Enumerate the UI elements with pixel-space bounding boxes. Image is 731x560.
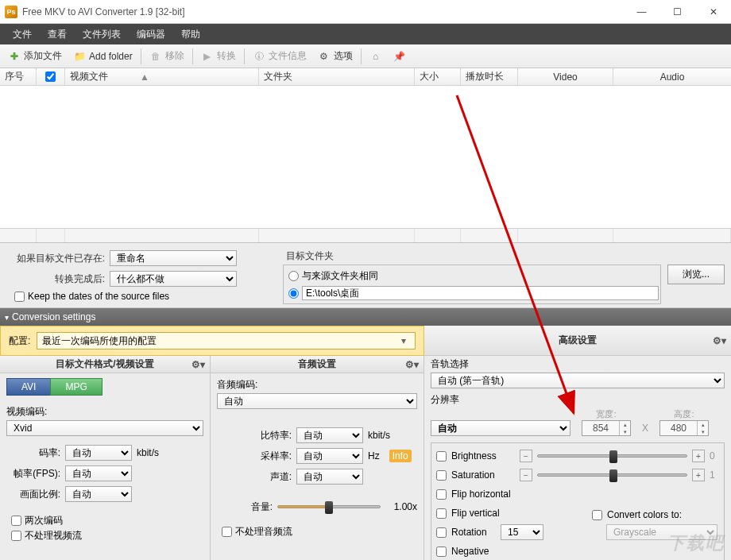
- info-badge[interactable]: Info: [389, 450, 412, 462]
- menu-filelist[interactable]: 文件列表: [75, 25, 129, 44]
- skip-video-checkbox[interactable]: [11, 531, 21, 541]
- col-check[interactable]: [37, 68, 65, 85]
- title-bar: Ps Free MKV to AVI Converter 1.9 [32-bit…: [0, 0, 731, 24]
- flip-h-label: Flip horizontal: [451, 489, 511, 500]
- aspect-select[interactable]: 自动: [65, 486, 132, 502]
- brightness-slider[interactable]: [537, 454, 687, 458]
- fps-select[interactable]: 自动: [65, 465, 132, 481]
- options-button[interactable]: ⚙选项: [313, 47, 358, 65]
- gear-icon[interactable]: ⚙▾: [713, 335, 726, 346]
- watermark: 下载吧: [667, 531, 725, 555]
- minimize-button[interactable]: —: [624, 1, 659, 23]
- advanced-settings-pane: 音轨选择 自动 (第一音轨) 分辨率 自动 宽度: ▴▾ X 高度: ▴▾ Br…: [424, 356, 731, 560]
- audio-bitrate-select[interactable]: 自动: [296, 427, 363, 443]
- file-grid-footer: [0, 229, 731, 243]
- volume-label: 音量:: [217, 500, 273, 514]
- bitrate-unit: kbit/s: [137, 447, 159, 458]
- audio-settings-pane: 音频设置⚙▾ 音频编码: 自动 比特率:自动kbit/s 采样率:自动Hz In…: [211, 356, 424, 560]
- config-select[interactable]: 最近一次编码所使用的配置▾: [37, 332, 416, 350]
- custom-path-radio[interactable]: [288, 288, 299, 299]
- flip-h-checkbox[interactable]: [436, 489, 447, 500]
- same-as-source-label: 与来源文件夹相同: [302, 269, 378, 283]
- remove-button[interactable]: 🗑移除: [145, 47, 189, 65]
- sample-label: 采样率:: [217, 450, 292, 463]
- maximize-button[interactable]: ☐: [659, 1, 695, 23]
- file-info-button[interactable]: 🛈文件信息: [248, 47, 311, 65]
- channel-select[interactable]: 自动: [296, 469, 363, 485]
- video-bitrate-select[interactable]: 自动: [65, 445, 132, 461]
- brightness-checkbox[interactable]: [436, 451, 447, 462]
- col-video[interactable]: Video: [518, 68, 613, 85]
- if-exists-select[interactable]: 重命名: [110, 250, 237, 266]
- audio-bitrate-unit: kbit/s: [368, 430, 390, 441]
- plus-icon[interactable]: +: [692, 469, 705, 481]
- track-select[interactable]: 自动 (第一音轨): [431, 373, 725, 388]
- saturation-checkbox[interactable]: [436, 470, 447, 481]
- audio-encode-label: 音频编码:: [217, 378, 417, 392]
- chevron-down-icon: ▾: [5, 313, 9, 322]
- plus-icon[interactable]: +: [692, 450, 705, 462]
- col-seq[interactable]: 序号: [0, 68, 37, 85]
- twopass-label: 两次编码: [25, 514, 63, 527]
- conversion-settings-header[interactable]: ▾ Conversion settings: [0, 308, 731, 326]
- brightness-label: Brightness: [451, 450, 515, 462]
- minus-icon[interactable]: −: [520, 450, 532, 462]
- flip-v-label: Flip vertical: [451, 508, 500, 519]
- select-all-checkbox[interactable]: [45, 71, 56, 82]
- after-convert-select[interactable]: 什么都不做: [110, 271, 237, 287]
- gear-icon: ⚙: [318, 50, 331, 63]
- saturation-label: Saturation: [451, 469, 515, 481]
- saturation-slider[interactable]: [537, 473, 687, 477]
- gear-icon[interactable]: ⚙▾: [191, 359, 205, 370]
- add-folder-button[interactable]: 📁Add folder: [68, 48, 137, 65]
- menu-help[interactable]: 帮助: [173, 25, 208, 44]
- rotation-select[interactable]: 15: [501, 524, 543, 540]
- resolution-select[interactable]: 自动: [431, 420, 570, 436]
- col-folder[interactable]: 文件夹: [259, 68, 415, 85]
- dest-path-input[interactable]: [302, 286, 659, 300]
- menu-bar: 文件 查看 文件列表 编码器 帮助: [0, 24, 731, 44]
- track-label: 音轨选择: [431, 357, 725, 371]
- menu-file[interactable]: 文件: [5, 25, 40, 44]
- file-grid-body[interactable]: [0, 86, 731, 229]
- convert-button[interactable]: ▶转换: [196, 47, 241, 65]
- browse-button[interactable]: 浏览...: [667, 265, 725, 284]
- height-spinner[interactable]: ▴▾: [659, 420, 709, 436]
- folder-plus-icon: 📁: [73, 50, 86, 63]
- menu-view[interactable]: 查看: [40, 25, 75, 44]
- flip-v-checkbox[interactable]: [436, 508, 447, 519]
- close-button[interactable]: ✕: [695, 1, 731, 23]
- video-encode-label: 视频编码:: [6, 405, 203, 419]
- sample-select[interactable]: 自动: [296, 448, 363, 464]
- audio-bitrate-label: 比特率:: [217, 429, 292, 442]
- col-audio[interactable]: Audio: [613, 68, 731, 85]
- pin-button[interactable]: 📌: [389, 48, 411, 65]
- rotation-checkbox[interactable]: [436, 527, 447, 538]
- skip-audio-checkbox[interactable]: [222, 527, 232, 537]
- gear-icon[interactable]: ⚙▾: [405, 359, 419, 370]
- negative-checkbox[interactable]: [436, 546, 447, 557]
- keep-dates-checkbox[interactable]: [14, 292, 25, 302]
- col-video-file[interactable]: 视频文件▲: [65, 68, 259, 85]
- file-grid-header: 序号 视频文件▲ 文件夹 大小 播放时长 Video Audio: [0, 68, 731, 86]
- home-button[interactable]: ⌂: [365, 48, 387, 65]
- minus-icon[interactable]: −: [520, 469, 532, 481]
- volume-slider[interactable]: [277, 505, 381, 508]
- col-size[interactable]: 大小: [415, 68, 461, 85]
- video-encode-select[interactable]: Xvid: [6, 420, 203, 436]
- x-label: X: [642, 423, 648, 436]
- advanced-pane-header: 高级设置 ⚙▾: [424, 326, 731, 356]
- tab-avi[interactable]: AVI: [6, 378, 51, 396]
- same-as-source-radio[interactable]: [288, 271, 299, 281]
- menu-encoder[interactable]: 编码器: [129, 25, 173, 44]
- keep-dates-label: Keep the dates of the source files: [28, 291, 169, 302]
- col-duration[interactable]: 播放时长: [461, 68, 518, 85]
- tab-mpg[interactable]: MPG: [50, 378, 102, 396]
- twopass-checkbox[interactable]: [11, 516, 21, 526]
- convert-colors-checkbox[interactable]: [592, 510, 602, 520]
- audio-encode-select[interactable]: 自动: [217, 393, 417, 409]
- home-icon: ⌂: [369, 50, 382, 63]
- width-spinner[interactable]: ▴▾: [582, 420, 631, 436]
- add-file-button[interactable]: ✚添加文件: [3, 47, 67, 65]
- brightness-value: 0: [710, 450, 719, 462]
